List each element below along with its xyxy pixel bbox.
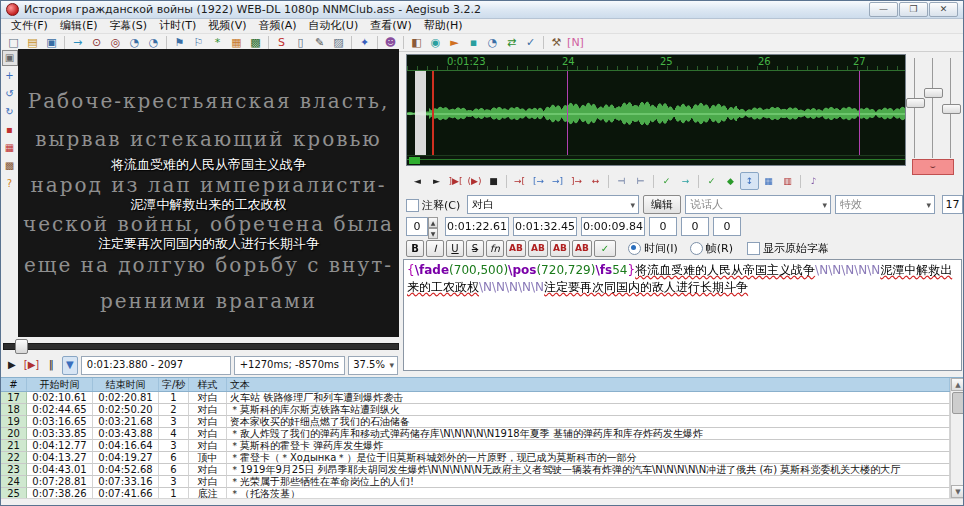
- horizontal-zoom-slider[interactable]: [906, 98, 925, 108]
- auto-seek-toggle[interactable]: ▼: [62, 356, 78, 375]
- audio-waveform[interactable]: [407, 71, 905, 156]
- duration-field[interactable]: 0:00:09.84: [581, 217, 645, 236]
- video-seek-track[interactable]: [3, 343, 399, 350]
- margin-vertical-field[interactable]: 0: [713, 217, 741, 236]
- auto-scroll-icon[interactable]: ↕: [740, 172, 759, 190]
- commit-button[interactable]: ✓: [594, 240, 616, 257]
- snap-to-scene-icon[interactable]: ↔: [586, 172, 605, 190]
- menu-h[interactable]: 帮助(H): [418, 19, 469, 33]
- underline-button[interactable]: U: [446, 240, 464, 257]
- selection-start-marker[interactable]: [432, 71, 434, 156]
- time-mode-radio[interactable]: 时间(I): [628, 241, 678, 256]
- menu-a[interactable]: 音频(A): [252, 19, 302, 33]
- video-zoom-select[interactable]: 37.5%: [348, 356, 398, 375]
- table-row[interactable]: 240:07:28.810:07:33.163对白＊光荣属于那些牺牲在革命岗位上…: [1, 476, 950, 488]
- audio-position-marker[interactable]: [415, 71, 426, 156]
- play-after-icon[interactable]: ►: [427, 172, 446, 190]
- shadow-color-button[interactable]: AB: [572, 240, 592, 257]
- menu-f[interactable]: 文件(F): [5, 19, 54, 33]
- grid-scrollbar[interactable]: ▲ ▼: [950, 378, 964, 498]
- layer-spinner[interactable]: ▲▼: [428, 217, 438, 236]
- vertical-zoom-slider[interactable]: [924, 88, 943, 98]
- end-time: 0:04:16.64: [93, 440, 159, 452]
- menu-w[interactable]: 查看(W): [364, 19, 417, 33]
- show-original-checkbox[interactable]: 显示原始字幕: [747, 241, 829, 256]
- table-row[interactable]: 190:03:16.650:03:21.683对白资本家收买的奸细点燃了我们的石…: [1, 416, 950, 428]
- margin-left-field[interactable]: 0: [649, 217, 677, 236]
- table-row[interactable]: 180:02:44.650:02:50.202对白＊莫斯科的库尔斯克铁路车站遭到…: [1, 404, 950, 416]
- stop-icon[interactable]: ■: [484, 172, 503, 190]
- go-to-selection-icon[interactable]: →: [676, 172, 695, 190]
- table-row[interactable]: 170:02:10.610:02:20.811对白火车站 铁路修理厂和列车遭到爆…: [1, 392, 950, 404]
- primary-color-button[interactable]: AB: [506, 240, 526, 257]
- shift-start-fwd-icon[interactable]: [→: [529, 172, 548, 190]
- scroll-thumb[interactable]: [952, 392, 964, 414]
- audio-scroll-thumb[interactable]: [409, 157, 420, 164]
- auto-next-icon[interactable]: ◆: [721, 172, 740, 190]
- cps: 2: [159, 404, 189, 416]
- end-time-field[interactable]: 0:01:32.45: [513, 217, 577, 236]
- audio-scrollbar[interactable]: [407, 155, 905, 165]
- play-button[interactable]: ▶: [4, 356, 20, 375]
- margin-right-field[interactable]: 0: [681, 217, 709, 236]
- outline-color-button[interactable]: AB: [550, 240, 570, 257]
- effect-select[interactable]: 特效: [835, 195, 935, 214]
- strikeout-button[interactable]: S: [466, 240, 484, 257]
- spectrum-toggle-icon[interactable]: ▦: [759, 172, 778, 190]
- pause-button[interactable]: ‖: [43, 356, 59, 375]
- video-seek-handle[interactable]: [15, 339, 28, 354]
- menu-v[interactable]: 视频(V): [202, 19, 252, 33]
- table-row[interactable]: 230:04:43.010:04:52.686对白＊1919年9月25日 列昂季…: [1, 464, 950, 476]
- table-row[interactable]: 220:04:13.270:04:19.276顶中＊霍登卡（＊Ходынка＊）…: [1, 452, 950, 464]
- play-line-button[interactable]: [▶]: [23, 356, 41, 375]
- italic-button[interactable]: I: [426, 240, 444, 257]
- play-before-icon[interactable]: ◄: [408, 172, 427, 190]
- vector-clip-icon[interactable]: ▩: [2, 158, 18, 174]
- comment-checkbox[interactable]: 注释(C): [406, 198, 460, 213]
- actor-select[interactable]: 说话人: [685, 195, 831, 214]
- close-button[interactable]: ✕: [929, 2, 958, 17]
- lead-in-icon[interactable]: ⊣: [612, 172, 631, 190]
- edit-style-button[interactable]: 编辑: [643, 195, 681, 214]
- lead-out-icon[interactable]: ⊢: [631, 172, 650, 190]
- shift-start-back-icon[interactable]: →[: [510, 172, 529, 190]
- help-icon[interactable]: ?: [2, 176, 18, 192]
- auto-commit-icon[interactable]: ✓: [702, 172, 721, 190]
- scroll-up-arrow[interactable]: ▲: [951, 378, 964, 391]
- table-row[interactable]: 200:03:33.850:03:43.884对白＊敌人炸毁了我们的弹药库和移动…: [1, 428, 950, 440]
- volume-slider[interactable]: [942, 104, 961, 114]
- menu-u[interactable]: 自动化(U): [303, 19, 365, 33]
- font-button[interactable]: fn: [486, 240, 504, 257]
- drag-mode-icon[interactable]: +: [2, 68, 18, 84]
- scroll-down-arrow[interactable]: ▼: [951, 485, 964, 498]
- play-selection-icon[interactable]: ]▶[: [446, 172, 465, 190]
- karaoke-icon[interactable]: ♪: [804, 172, 823, 190]
- waveform-toggle-icon[interactable]: ▥: [778, 172, 797, 190]
- video-display[interactable]: Рабоче-крестьянская власть,вырвав истека…: [18, 49, 399, 337]
- menu-e[interactable]: 编辑(E): [54, 19, 104, 33]
- standard-mode-icon[interactable]: ▣: [2, 50, 18, 66]
- frame-mode-radio[interactable]: 帧(R): [690, 241, 733, 256]
- layer-field[interactable]: 0: [406, 217, 428, 236]
- audio-display[interactable]: 0:01:2324252627: [406, 54, 906, 166]
- maximize-button[interactable]: ❐: [899, 2, 928, 17]
- minimize-button[interactable]: —: [869, 2, 898, 17]
- bold-button[interactable]: B: [406, 240, 424, 257]
- subtitle-text-editor[interactable]: {\fade(700,500)\pos(720,729)\fs54}将流血受难的…: [403, 259, 962, 371]
- rotate-z-icon[interactable]: ↺: [2, 86, 18, 102]
- secondary-color-button[interactable]: AB: [528, 240, 548, 257]
- style-name: 对白: [189, 440, 227, 452]
- rotate-xy-icon[interactable]: ↻: [2, 104, 18, 120]
- play-line-icon[interactable]: (▶): [465, 172, 484, 190]
- clip-mode-icon[interactable]: ▦: [2, 140, 18, 156]
- menu-s[interactable]: 字幕(S): [103, 19, 153, 33]
- end-time: 0:04:19.27: [93, 452, 159, 464]
- table-row[interactable]: 210:04:12.770:04:16.643对白＊莫斯科的霍登卡 弹药库发生爆…: [1, 440, 950, 452]
- commit-icon[interactable]: ✓: [657, 172, 676, 190]
- style-select[interactable]: 对白: [467, 195, 639, 214]
- scale-mode-icon[interactable]: ▪: [2, 122, 18, 138]
- shift-end-fwd-icon[interactable]: ]→: [567, 172, 586, 190]
- menu-t[interactable]: 计时(T): [153, 19, 202, 33]
- shift-end-back-icon[interactable]: →]: [548, 172, 567, 190]
- start-time-field[interactable]: 0:01:22.61: [445, 217, 509, 236]
